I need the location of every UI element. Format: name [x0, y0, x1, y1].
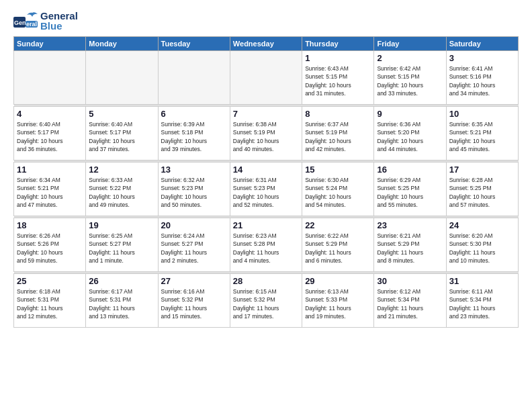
- day-info: Sunrise: 6:34 AM Sunset: 5:21 PM Dayligh…: [17, 176, 83, 209]
- calendar-cell: 17Sunrise: 6:28 AM Sunset: 5:25 PM Dayli…: [446, 163, 518, 216]
- day-info: Sunrise: 6:22 AM Sunset: 5:29 PM Dayligh…: [305, 232, 371, 265]
- calendar-cell: 22Sunrise: 6:22 AM Sunset: 5:29 PM Dayli…: [302, 218, 374, 272]
- day-number: 17: [449, 165, 515, 175]
- logo-blue: Blue: [40, 21, 78, 31]
- calendar-cell: 2Sunrise: 6:42 AM Sunset: 5:15 PM Daylig…: [374, 51, 446, 105]
- day-info: Sunrise: 6:15 AM Sunset: 5:32 PM Dayligh…: [233, 287, 299, 320]
- header-monday: Monday: [86, 37, 158, 51]
- calendar-cell: 7Sunrise: 6:38 AM Sunset: 5:19 PM Daylig…: [230, 107, 302, 161]
- calendar-cell: 28Sunrise: 6:15 AM Sunset: 5:32 PM Dayli…: [230, 274, 302, 328]
- calendar-week-row: 11Sunrise: 6:34 AM Sunset: 5:21 PM Dayli…: [14, 163, 519, 216]
- calendar-week-row: 4Sunrise: 6:40 AM Sunset: 5:17 PM Daylig…: [14, 107, 519, 161]
- calendar-cell: 15Sunrise: 6:30 AM Sunset: 5:24 PM Dayli…: [302, 163, 374, 216]
- calendar-cell: 29Sunrise: 6:13 AM Sunset: 5:33 PM Dayli…: [302, 274, 374, 328]
- calendar-cell: 25Sunrise: 6:18 AM Sunset: 5:31 PM Dayli…: [14, 274, 86, 328]
- day-info: Sunrise: 6:29 AM Sunset: 5:25 PM Dayligh…: [377, 176, 443, 209]
- day-info: Sunrise: 6:18 AM Sunset: 5:31 PM Dayligh…: [17, 287, 83, 320]
- calendar-cell: 18Sunrise: 6:26 AM Sunset: 5:26 PM Dayli…: [14, 218, 86, 272]
- day-number: 28: [233, 276, 299, 286]
- day-number: 25: [17, 276, 83, 286]
- day-info: Sunrise: 6:12 AM Sunset: 5:34 PM Dayligh…: [377, 287, 443, 320]
- day-info: Sunrise: 6:31 AM Sunset: 5:23 PM Dayligh…: [233, 176, 299, 209]
- day-info: Sunrise: 6:30 AM Sunset: 5:24 PM Dayligh…: [305, 176, 371, 209]
- calendar-cell: 14Sunrise: 6:31 AM Sunset: 5:23 PM Dayli…: [230, 163, 302, 216]
- svg-text:eral: eral: [26, 21, 37, 28]
- logo-general: General: [40, 11, 78, 21]
- weekday-header-row: Sunday Monday Tuesday Wednesday Thursday…: [14, 37, 519, 51]
- calendar-cell: 4Sunrise: 6:40 AM Sunset: 5:17 PM Daylig…: [14, 107, 86, 161]
- day-number: 2: [377, 53, 443, 63]
- calendar-table: Sunday Monday Tuesday Wednesday Thursday…: [13, 36, 519, 328]
- day-number: 13: [161, 165, 227, 175]
- day-info: Sunrise: 6:35 AM Sunset: 5:21 PM Dayligh…: [449, 120, 515, 153]
- calendar-cell: [158, 51, 230, 105]
- day-info: Sunrise: 6:13 AM Sunset: 5:33 PM Dayligh…: [305, 287, 371, 320]
- calendar-cell: 10Sunrise: 6:35 AM Sunset: 5:21 PM Dayli…: [446, 107, 518, 161]
- header: Gen eral General Blue: [13, 11, 519, 31]
- calendar-cell: 5Sunrise: 6:40 AM Sunset: 5:17 PM Daylig…: [86, 107, 158, 161]
- day-number: 19: [89, 220, 154, 230]
- calendar-cell: 11Sunrise: 6:34 AM Sunset: 5:21 PM Dayli…: [14, 163, 86, 216]
- day-number: 31: [449, 276, 515, 286]
- day-info: Sunrise: 6:11 AM Sunset: 5:34 PM Dayligh…: [449, 287, 515, 320]
- calendar-cell: 23Sunrise: 6:21 AM Sunset: 5:29 PM Dayli…: [374, 218, 446, 272]
- day-info: Sunrise: 6:26 AM Sunset: 5:26 PM Dayligh…: [17, 232, 83, 265]
- day-number: 12: [89, 165, 154, 175]
- day-info: Sunrise: 6:32 AM Sunset: 5:23 PM Dayligh…: [161, 176, 227, 209]
- day-number: 7: [233, 109, 299, 119]
- calendar-week-row: 18Sunrise: 6:26 AM Sunset: 5:26 PM Dayli…: [14, 218, 519, 272]
- calendar-cell: 24Sunrise: 6:20 AM Sunset: 5:30 PM Dayli…: [446, 218, 518, 272]
- logo: Gen eral General Blue: [13, 11, 78, 31]
- day-info: Sunrise: 6:37 AM Sunset: 5:19 PM Dayligh…: [305, 120, 371, 153]
- day-number: 20: [161, 220, 227, 230]
- calendar-cell: 21Sunrise: 6:23 AM Sunset: 5:28 PM Dayli…: [230, 218, 302, 272]
- calendar-cell: [86, 51, 158, 105]
- day-info: Sunrise: 6:33 AM Sunset: 5:22 PM Dayligh…: [89, 176, 154, 209]
- day-number: 22: [305, 220, 371, 230]
- day-number: 24: [449, 220, 515, 230]
- day-number: 3: [449, 53, 515, 63]
- day-number: 30: [377, 276, 443, 286]
- day-info: Sunrise: 6:36 AM Sunset: 5:20 PM Dayligh…: [377, 120, 443, 153]
- header-saturday: Saturday: [446, 37, 518, 51]
- calendar-cell: 12Sunrise: 6:33 AM Sunset: 5:22 PM Dayli…: [86, 163, 158, 216]
- day-number: 18: [17, 220, 83, 230]
- day-number: 11: [17, 165, 83, 175]
- calendar-cell: [14, 51, 86, 105]
- calendar-cell: [230, 51, 302, 105]
- calendar-cell: 1Sunrise: 6:43 AM Sunset: 5:15 PM Daylig…: [302, 51, 374, 105]
- page: Gen eral General Blue Sunday Monday: [0, 0, 532, 411]
- calendar-cell: 31Sunrise: 6:11 AM Sunset: 5:34 PM Dayli…: [446, 274, 518, 328]
- day-info: Sunrise: 6:38 AM Sunset: 5:19 PM Dayligh…: [233, 120, 299, 153]
- day-info: Sunrise: 6:21 AM Sunset: 5:29 PM Dayligh…: [377, 232, 443, 265]
- header-thursday: Thursday: [302, 37, 374, 51]
- day-number: 4: [17, 109, 83, 119]
- calendar-cell: 30Sunrise: 6:12 AM Sunset: 5:34 PM Dayli…: [374, 274, 446, 328]
- day-info: Sunrise: 6:17 AM Sunset: 5:31 PM Dayligh…: [89, 287, 154, 320]
- calendar-cell: 3Sunrise: 6:41 AM Sunset: 5:16 PM Daylig…: [446, 51, 518, 105]
- day-number: 21: [233, 220, 299, 230]
- day-number: 10: [449, 109, 515, 119]
- day-info: Sunrise: 6:40 AM Sunset: 5:17 PM Dayligh…: [89, 120, 154, 153]
- day-number: 5: [89, 109, 154, 119]
- calendar-week-row: 25Sunrise: 6:18 AM Sunset: 5:31 PM Dayli…: [14, 274, 519, 328]
- day-info: Sunrise: 6:28 AM Sunset: 5:25 PM Dayligh…: [449, 176, 515, 209]
- day-number: 29: [305, 276, 371, 286]
- day-number: 27: [161, 276, 227, 286]
- calendar-cell: 27Sunrise: 6:16 AM Sunset: 5:32 PM Dayli…: [158, 274, 230, 328]
- calendar-cell: 26Sunrise: 6:17 AM Sunset: 5:31 PM Dayli…: [86, 274, 158, 328]
- calendar-cell: 13Sunrise: 6:32 AM Sunset: 5:23 PM Dayli…: [158, 163, 230, 216]
- day-number: 15: [305, 165, 371, 175]
- day-info: Sunrise: 6:42 AM Sunset: 5:15 PM Dayligh…: [377, 64, 443, 97]
- day-info: Sunrise: 6:23 AM Sunset: 5:28 PM Dayligh…: [233, 232, 299, 265]
- calendar-cell: 19Sunrise: 6:25 AM Sunset: 5:27 PM Dayli…: [86, 218, 158, 272]
- day-info: Sunrise: 6:20 AM Sunset: 5:30 PM Dayligh…: [449, 232, 515, 265]
- calendar-cell: 20Sunrise: 6:24 AM Sunset: 5:27 PM Dayli…: [158, 218, 230, 272]
- svg-text:Gen: Gen: [14, 19, 26, 26]
- day-info: Sunrise: 6:43 AM Sunset: 5:15 PM Dayligh…: [305, 64, 371, 97]
- day-number: 14: [233, 165, 299, 175]
- day-number: 6: [161, 109, 227, 119]
- day-number: 9: [377, 109, 443, 119]
- calendar-week-row: 1Sunrise: 6:43 AM Sunset: 5:15 PM Daylig…: [14, 51, 519, 105]
- calendar-cell: 6Sunrise: 6:39 AM Sunset: 5:18 PM Daylig…: [158, 107, 230, 161]
